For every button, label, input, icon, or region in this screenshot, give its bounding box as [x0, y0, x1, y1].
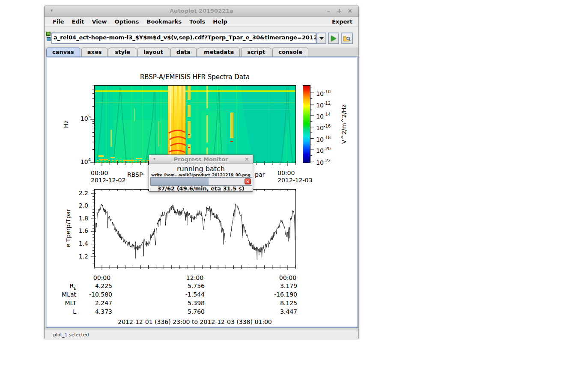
- ephem-mlat-1: -1.544: [166, 291, 205, 298]
- maximize-button[interactable]: +: [335, 7, 343, 14]
- time-range-label: 2012-12-01 (336) 23:00 to 2012-12-03 (33…: [94, 318, 295, 325]
- colorbar-label: V^2/m^2/Hz: [340, 98, 347, 150]
- menu-item-edit[interactable]: Edit: [68, 18, 88, 26]
- ephem-l-2: 3.447: [259, 308, 297, 315]
- ephem-l-1: 5.760: [166, 308, 205, 315]
- ts-ytick-14: 1.4: [70, 240, 88, 247]
- desktop: ▾ Autoplot 20190221a – + × File Edit Vie…: [0, 0, 576, 392]
- ts-xtick-2: 00:00: [276, 274, 300, 281]
- window-title: Autoplot 20190221a: [45, 8, 358, 14]
- play-icon: [331, 36, 336, 42]
- status-text: plot_1 selected: [53, 332, 89, 338]
- cbar-tick-0: 10-10: [316, 89, 331, 97]
- statusbar: plot_1 selected: [45, 330, 358, 339]
- window-titlebar[interactable]: ▾ Autoplot 20190221a – + ×: [45, 6, 358, 17]
- cbar-tick-5: 10-20: [316, 146, 331, 154]
- menu-item-help[interactable]: Help: [209, 18, 231, 26]
- tab-axes[interactable]: axes: [81, 48, 108, 56]
- timeseries-frame[interactable]: [95, 190, 296, 267]
- tab-console[interactable]: console: [272, 48, 308, 56]
- tab-bar: canvas axes style layout data metadata s…: [46, 48, 308, 56]
- chevron-down-icon: [319, 37, 324, 40]
- ts-ytick-12: 1.2: [70, 253, 88, 260]
- cbar-tick-2: 10-14: [316, 112, 331, 120]
- dialog-title: Progress Monitor: [149, 156, 253, 163]
- ephem-mlt-2: 8.125: [259, 300, 297, 306]
- menu-item-bookmarks[interactable]: Bookmarks: [143, 18, 186, 26]
- progress-monitor-dialog[interactable]: ▾ Progress Monitor × running batch write…: [149, 154, 253, 192]
- tab-layout[interactable]: layout: [137, 48, 169, 56]
- ts-ytick-22: 2.2: [70, 190, 88, 196]
- ephem-re-1: 5.756: [166, 282, 205, 289]
- ts-ytick-20: 2.0: [70, 202, 88, 209]
- progress-status-label: 37/62 (49.6/min, eta 31.5 s): [149, 185, 253, 192]
- ephem-re-2: 3.179: [259, 282, 297, 289]
- folder-magnifier-icon: [343, 35, 351, 42]
- ephem-mlt-0: 2.247: [74, 300, 112, 306]
- colorbar[interactable]: [303, 85, 310, 163]
- spec-ytick-1e4: 104: [70, 157, 91, 165]
- ephem-label-mlt: MLT: [54, 300, 76, 308]
- cbar-tick-3: 10-16: [316, 124, 331, 131]
- tab-script[interactable]: script: [241, 48, 271, 56]
- dialog-close-icon[interactable]: ×: [245, 156, 249, 162]
- datasource-type-icons: [46, 32, 51, 42]
- ts-ytick-18: 1.8: [70, 215, 88, 222]
- menu-item-view[interactable]: View: [88, 18, 110, 26]
- progress-fill: [151, 178, 209, 185]
- uri-history-dropdown-button[interactable]: [316, 33, 326, 44]
- tab-metadata[interactable]: metadata: [198, 48, 240, 56]
- window-controls: – + ×: [324, 7, 354, 14]
- menu-item-options[interactable]: Options: [111, 18, 143, 26]
- ephem-label-mlat: MLat: [54, 291, 76, 299]
- expert-mode-label[interactable]: Expert: [332, 18, 358, 25]
- menu-item-tools[interactable]: Tools: [185, 18, 209, 26]
- uri-toolbar: a_rel04_ect-hope-mom-l3_$Y$m$d_v$(v,sep)…: [45, 27, 358, 48]
- dialog-titlebar[interactable]: ▾ Progress Monitor ×: [149, 155, 253, 164]
- progress-task-label: running batch: [149, 165, 253, 173]
- spec-ytick-1e5: 105: [70, 114, 91, 122]
- cbar-tick-4: 10-18: [316, 135, 331, 143]
- ephem-mlat-2: -16.190: [259, 291, 297, 298]
- cbar-tick-1: 10-12: [316, 101, 331, 109]
- ephem-re-0: 4.225: [74, 282, 112, 289]
- ephem-label-l: L: [54, 308, 76, 316]
- tab-canvas[interactable]: canvas: [46, 48, 80, 56]
- ts-xtick-0: 00:00: [90, 274, 114, 281]
- cbar-tick-6: 10-22: [316, 158, 331, 166]
- progress-cancel-button[interactable]: ×: [245, 178, 251, 184]
- tab-data[interactable]: data: [170, 48, 197, 56]
- tab-style[interactable]: style: [109, 48, 136, 56]
- menu-item-file[interactable]: File: [49, 18, 68, 26]
- ts-xtick-1: 12:00: [183, 274, 207, 281]
- spec-xtick-right-time: 00:00: [278, 169, 301, 176]
- ts-ytick-16: 1.6: [70, 227, 88, 234]
- datasource-blue-icon: [47, 37, 51, 41]
- top-plot-title: RBSP-A/EMFISIS HFR Spectra Data: [94, 73, 295, 81]
- minimize-button[interactable]: –: [324, 7, 333, 14]
- datasource-green-icon: [46, 32, 51, 36]
- menubar: File Edit View Options Bookmarks Tools H…: [45, 17, 358, 27]
- middle-title-fragment-left: RBSP-: [127, 171, 145, 178]
- uri-input[interactable]: a_rel04_ect-hope-mom-l3_$Y$m$d_v$(v,sep)…: [51, 33, 316, 44]
- ephem-mlt-1: 5.398: [166, 300, 205, 306]
- top-plot-ylabel: Hz: [63, 111, 69, 137]
- progress-bar: ×: [150, 177, 252, 186]
- inspect-uri-button[interactable]: [341, 33, 353, 44]
- spec-xtick-left-time: 00:00: [91, 169, 115, 176]
- plot-canvas[interactable]: RBSP-A/EMFISIS HFR Spectra Data Hz 105 1…: [46, 56, 358, 328]
- spectrogram-plot[interactable]: [94, 85, 295, 163]
- ephem-l-0: 4.373: [74, 308, 112, 315]
- ephem-label-re: RE: [54, 282, 76, 291]
- bottom-plot-ylabel: e Tperp/Tpar: [65, 200, 72, 256]
- middle-title-fragment-right: par: [255, 171, 265, 178]
- go-plot-button[interactable]: [328, 33, 339, 44]
- close-button[interactable]: ×: [346, 7, 354, 14]
- spec-xtick-right-date: 2012-12-03: [278, 177, 320, 184]
- progress-detail-label: write /hom...walk3/product_20121219_00.p…: [149, 173, 253, 177]
- ephem-mlat-0: -10.580: [74, 291, 112, 298]
